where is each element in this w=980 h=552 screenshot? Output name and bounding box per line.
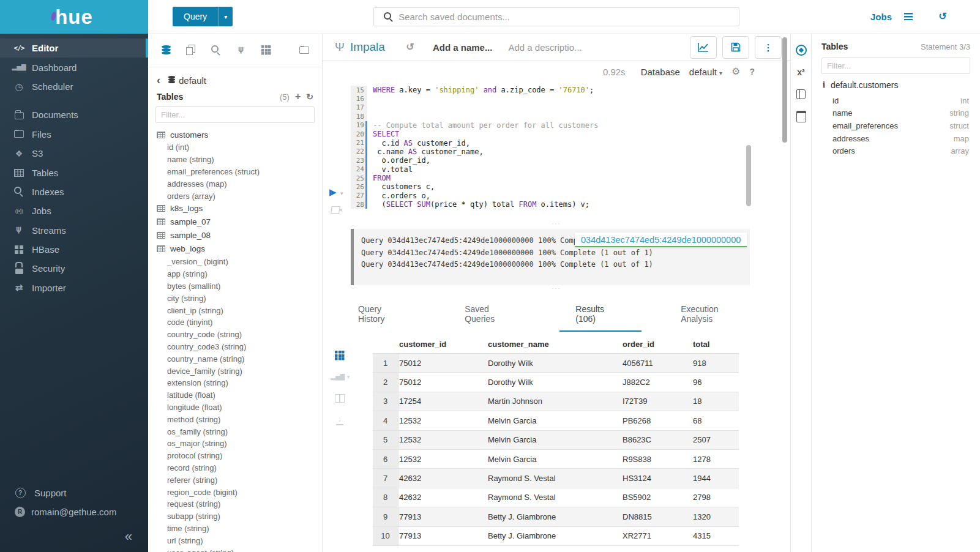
execute-button[interactable]: ▶ xyxy=(329,187,337,196)
assist-compass-icon[interactable] xyxy=(793,45,809,56)
query-history-icon[interactable] xyxy=(402,42,418,53)
columns-view-icon[interactable] xyxy=(332,393,348,404)
minimap-caret-icon[interactable]: ▾ xyxy=(340,207,343,213)
sidebar-item[interactable]: Documents xyxy=(0,105,148,124)
sitemap-icon[interactable] xyxy=(233,45,249,56)
column-header[interactable]: order_id xyxy=(623,340,693,349)
chevron-down-icon[interactable]: ▾ xyxy=(347,374,350,380)
table-row[interactable]: 10 77913Betty J. GiambroneXR27714315 xyxy=(373,527,739,546)
sidebar-item[interactable]: Files xyxy=(0,125,148,144)
query-button[interactable]: Query ▾ xyxy=(173,7,233,26)
list-item[interactable]: time (string) xyxy=(148,523,322,535)
apps-grid-icon[interactable] xyxy=(258,45,274,56)
list-item[interactable]: sample_07 xyxy=(148,215,322,229)
column-item[interactable]: email_preferences struct xyxy=(821,119,970,132)
documents-copy-icon[interactable] xyxy=(183,45,199,56)
folder-icon[interactable] xyxy=(296,45,312,56)
refresh-icon[interactable]: ↻ xyxy=(306,92,313,101)
sidebar-item[interactable]: Security xyxy=(0,259,148,278)
calendar-icon[interactable] xyxy=(793,111,809,122)
column-header[interactable]: customer_id xyxy=(399,340,488,349)
list-item[interactable]: client_ip (string) xyxy=(148,304,322,316)
info-icon[interactable]: i xyxy=(823,80,825,90)
sidebar-item[interactable]: Dashboard xyxy=(0,58,148,76)
tab[interactable]: Query History xyxy=(342,297,425,332)
list-item[interactable]: city (string) xyxy=(148,292,322,304)
column-item[interactable]: id int xyxy=(821,94,970,107)
column-item[interactable]: addresses map xyxy=(821,132,970,145)
list-item[interactable]: record (string) xyxy=(148,462,322,474)
main-scrollbar[interactable] xyxy=(782,37,787,143)
table-row[interactable]: 8 42632Raymond S. VestalBS59022798 xyxy=(373,488,739,507)
table-row[interactable]: 5 12532Melvin GarciaB8623C2507 xyxy=(373,431,739,450)
table-row[interactable]: 6 12532Melvin GarciaR9S8381278 xyxy=(373,450,739,469)
list-item[interactable]: referer (string) xyxy=(148,474,322,486)
tables-filter-input[interactable] xyxy=(155,106,315,123)
grid-view-icon[interactable] xyxy=(332,350,348,361)
docs-book-icon[interactable] xyxy=(793,89,809,100)
query-name-field[interactable]: Add a name... xyxy=(433,42,493,53)
list-item[interactable]: email_preferences (struct) xyxy=(148,166,322,178)
search-plus-icon[interactable] xyxy=(208,45,224,56)
sidebar-item[interactable]: Jobs xyxy=(0,201,148,220)
sidebar-item[interactable]: Importer xyxy=(0,278,148,297)
jobs-link[interactable]: Jobs xyxy=(870,12,892,22)
list-item[interactable]: _version_ (bigint) xyxy=(148,256,322,268)
back-chevron-icon[interactable]: ‹ xyxy=(157,75,160,86)
resize-handle[interactable]: ··· xyxy=(323,285,790,294)
editor-scrollbar[interactable] xyxy=(746,145,751,206)
user-menu[interactable]: R romain@gethue.com xyxy=(0,502,148,521)
list-item[interactable]: longitude (float) xyxy=(148,401,322,414)
hue-logo[interactable]: HUE xyxy=(0,0,148,34)
jobs-list-icon[interactable] xyxy=(900,11,916,22)
list-item[interactable]: protocol (string) xyxy=(148,450,322,462)
list-item[interactable]: orders (array) xyxy=(148,190,322,202)
list-item[interactable]: name (string) xyxy=(148,154,322,166)
execute-options-caret-icon[interactable]: ▾ xyxy=(340,190,343,196)
list-item[interactable]: country_name (string) xyxy=(148,352,322,365)
database-icon[interactable] xyxy=(158,45,174,56)
chart-view-icon[interactable] xyxy=(330,371,346,382)
table-row[interactable]: 4 12532Melvin GarciaPB626868 xyxy=(373,411,739,430)
tab[interactable]: Execution Analysis xyxy=(665,297,767,332)
tab[interactable]: Results (106) xyxy=(559,297,641,332)
tab[interactable]: Saved Queries xyxy=(449,297,536,332)
list-item[interactable]: url (string) xyxy=(148,534,322,546)
functions-icon[interactable] xyxy=(793,67,809,78)
list-item[interactable]: sample_08 xyxy=(148,229,322,242)
right-filter-input[interactable] xyxy=(821,58,970,74)
query-id-link[interactable]: 034d413ec7474ed5:4249de1000000000 xyxy=(575,233,747,247)
settings-gear-icon[interactable]: ⚙ xyxy=(731,67,740,76)
list-item[interactable]: extension (string) xyxy=(148,377,322,389)
search-input[interactable] xyxy=(396,12,739,22)
engine-name[interactable]: Impala xyxy=(350,40,385,54)
download-icon[interactable] xyxy=(332,414,348,425)
history-icon[interactable] xyxy=(935,11,951,22)
list-item[interactable]: subapp (string) xyxy=(148,510,322,523)
add-table-icon[interactable]: + xyxy=(295,92,301,102)
list-item[interactable]: region_code (bigint) xyxy=(148,486,322,498)
table-row[interactable]: 3 17254Martin JohnsonI72T3918 xyxy=(373,392,739,411)
column-item[interactable]: name string xyxy=(821,107,970,120)
list-item[interactable]: app (string) xyxy=(148,268,322,280)
list-item[interactable]: addresses (map) xyxy=(148,177,322,190)
list-item[interactable]: country_code3 (string) xyxy=(148,341,322,353)
database-name[interactable]: default xyxy=(179,75,206,86)
support-link[interactable]: Support xyxy=(0,483,148,502)
chevron-down-icon[interactable]: ▾ xyxy=(218,7,233,26)
sidebar-item[interactable]: HBase xyxy=(0,240,148,259)
database-dropdown[interactable]: default ▾ xyxy=(689,67,722,77)
query-description-field[interactable]: Add a descriptio... xyxy=(508,42,582,53)
sidebar-item[interactable]: Tables xyxy=(0,163,148,182)
column-item[interactable]: orders array xyxy=(821,144,970,157)
sidebar-item[interactable]: Editor xyxy=(0,39,148,58)
list-item[interactable]: web_logs xyxy=(148,242,322,256)
table-row[interactable]: 9 77913Betty J. GiambroneDN88151320 xyxy=(373,507,739,526)
sidebar-item[interactable]: Scheduler xyxy=(0,77,148,96)
list-item[interactable]: request (string) xyxy=(148,498,322,510)
resize-handle[interactable]: ··· xyxy=(323,220,790,229)
more-actions-button[interactable]: ⋮ xyxy=(755,36,782,59)
list-item[interactable]: k8s_logs xyxy=(148,202,322,215)
table-row[interactable]: 7 42632Raymond S. VestalHS31241944 xyxy=(373,469,739,488)
save-button[interactable] xyxy=(722,36,749,59)
